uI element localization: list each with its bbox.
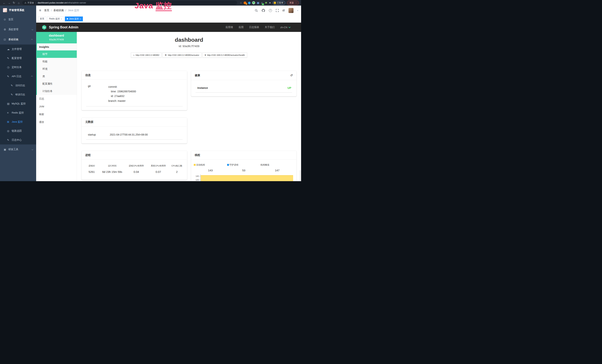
sidebar-item-caches[interactable]: 缓存 (36, 118, 77, 126)
sidebar-item-trace[interactable]: ◎ 链路追踪 (0, 126, 36, 135)
extension-orange-icon[interactable]: 1 (244, 1, 247, 4)
sba-locale-select[interactable]: zh-CN (280, 26, 290, 29)
navbar-right-tools: ? tT ▾ (255, 8, 298, 13)
sidebar-item-config[interactable]: ✎ 配置管理 (0, 54, 36, 63)
sidebar-item-logcenter[interactable]: ✎ 日志中心 (0, 135, 36, 144)
live-threads-legend: 活动线程 (194, 163, 227, 167)
info-git-row: git commit: time: 1596289704000 id: 27aa… (86, 84, 183, 107)
extension-badge: 1 (246, 3, 247, 5)
health-url-link[interactable]: ♥http://192.168.0.2:48080/actuator/healt… (203, 53, 247, 58)
extension-pin-icon[interactable] (248, 2, 250, 4)
sidebar-item-job[interactable]: ◷ 定时任务 (0, 63, 36, 72)
extension-leaf-icon[interactable] (265, 1, 267, 4)
sba-brand-name: Spring Boot Admin (49, 25, 78, 29)
service-url-link[interactable]: ⌂http://192.168.0.2:48080/ (131, 53, 161, 58)
extension-switch-icon[interactable]: ≣on (261, 1, 263, 4)
health-instance-label: Instance (197, 86, 208, 89)
profile-paused-pill[interactable]: ☺ 已暂停 (273, 1, 285, 5)
page-instance-id: Id: 93a3fc7f7409 (81, 44, 297, 48)
user-menu-caret-icon[interactable]: ▾ (297, 10, 298, 11)
close-icon[interactable]: × (80, 18, 81, 20)
heart-icon: ♥ (205, 54, 206, 56)
instance-sidebar: dashboard 93a3fc7f7409 Insights 细节 性能 环境… (36, 32, 77, 181)
profile-avatar-icon: ☺ (274, 2, 276, 4)
sidebar-item-home[interactable]: ⊙ 首页 (0, 14, 36, 24)
update-label: 更新 (290, 1, 294, 4)
peak-threads-legend: 线程峰值 (260, 163, 294, 167)
sidebar-item-jvm[interactable]: JVM (36, 103, 77, 110)
instance-header[interactable]: dashboard 93a3fc7f7409 (36, 32, 77, 43)
app-logo-image (3, 8, 7, 12)
process-card-title: 进程 (85, 153, 91, 157)
scrollbar-thumb[interactable] (300, 170, 301, 181)
not-secure-warning-icon: ⚠ (24, 1, 27, 4)
sidebar-item-mappings[interactable]: 映射 (36, 110, 77, 118)
sidebar-item-java[interactable]: ⊞ Java 监控 (0, 117, 36, 126)
health-instance-row: Instance UP (196, 84, 292, 93)
sidebar-item-devtool[interactable]: ▣ 研发工具 (0, 144, 36, 154)
help-icon[interactable]: ? (269, 9, 272, 12)
sidebar-item-redis[interactable]: ≡ Redis 监控 (0, 108, 36, 117)
sidebar-item-mysql[interactable]: ▤ MySQL 监控 (0, 99, 36, 108)
insights-item-scheduled[interactable]: 计划任务 (37, 87, 77, 95)
sba-menu-journal[interactable]: 日志报表 (249, 26, 259, 29)
sidebar-item-errorlog[interactable]: ✎ 错误日志 (0, 90, 36, 99)
threads-chart-plot (200, 174, 294, 181)
sidebar-item-infra[interactable]: ⊡ 基础设施 (0, 34, 36, 44)
actuator-url-link[interactable]: ⚙http://192.168.0.2:48080/actuator (162, 53, 201, 58)
app-logo-row[interactable]: 芋道管理系统 (0, 6, 36, 14)
sidebar-collapse-icon[interactable]: ≡ (39, 8, 41, 12)
insights-item-classes[interactable]: 类 (37, 73, 77, 80)
process-uptime-header: 运行时间 (99, 164, 125, 167)
font-size-icon[interactable]: tT (282, 9, 285, 12)
insights-section: Insights 细节 性能 环境 类 配置属性 计划任务 (36, 43, 77, 95)
address-bar[interactable]: ⚠ 不安全 | dashboard.yudao.iocoder.cn /infr… (22, 1, 237, 5)
github-icon[interactable] (262, 9, 265, 12)
y-tick-140: 140 (196, 175, 199, 177)
sba-menu-applications[interactable]: 应用 (239, 26, 244, 29)
breadcrumb-infra[interactable]: 基础设施 (54, 9, 64, 12)
info-card: 信息 git commit: time: 1596289704000 id: 2… (81, 71, 187, 110)
search-icon[interactable] (255, 9, 258, 12)
browser-reload-icon[interactable]: ↻ (11, 1, 16, 4)
sidebar-item-system[interactable]: ⚙ 系统管理 (0, 24, 36, 34)
extension-y-icon[interactable]: y (252, 1, 255, 4)
chrome-update-button[interactable]: 更新 ⋮ (287, 0, 299, 5)
sidebar-item-apilog[interactable]: ✎ API 日志 (0, 72, 36, 81)
insights-item-details[interactable]: 细节 (37, 50, 77, 58)
sba-brand[interactable]: Spring Boot Admin (42, 25, 78, 30)
bookmark-star-icon[interactable]: ☆ (240, 1, 242, 4)
sidebar-item-accesslog[interactable]: ✎ 访问日志 (0, 81, 36, 90)
instance-detail-content: dashboard Id: 93a3fc7f7409 ⌂http://192.1… (77, 32, 301, 181)
breadcrumb-home[interactable]: 首页 (44, 9, 49, 12)
browser-home-icon[interactable]: ⌂ (16, 1, 21, 4)
metadata-startup-row: startup 2021-04-27T00:44:31.254+08:00 (86, 130, 183, 140)
extensions-puzzle-icon[interactable]: ✦ (269, 1, 271, 4)
insights-item-configprops[interactable]: 配置属性 (37, 80, 77, 87)
health-status-badge: UP (288, 86, 291, 89)
extension-grid-icon[interactable]: ▦ (257, 1, 259, 4)
fullscreen-icon[interactable] (276, 9, 279, 12)
browser-menu-dots-icon[interactable]: ⋮ (295, 1, 297, 4)
process-pid-header: 进程ID (84, 164, 99, 167)
insights-item-environment[interactable]: 环境 (37, 65, 77, 73)
history-icon[interactable]: ↺ (290, 74, 293, 77)
url-path: /infra/admin-server (67, 1, 86, 4)
tag-home[interactable]: 首页 (38, 17, 46, 21)
user-avatar[interactable] (289, 8, 293, 13)
sba-menu-wall[interactable]: 应用墙 (226, 26, 233, 29)
tag-java[interactable]: Java 监控× (65, 17, 83, 21)
sidebar-item-file[interactable]: ☁ 文件管理 (0, 44, 36, 54)
browser-forward-icon[interactable]: → (7, 1, 11, 4)
metadata-startup-label: startup (88, 133, 110, 136)
tag-redis[interactable]: Redis 监控× (47, 17, 64, 21)
threads-chart-y-axis: 140 120 100 (194, 174, 200, 181)
close-icon[interactable]: × (61, 18, 62, 20)
sba-menu-about[interactable]: 关于我们 (265, 26, 275, 29)
annotation-java-monitor: Java 监控 (135, 0, 172, 11)
active-tag-dot (67, 18, 68, 20)
dashboard-icon: ⊙ (4, 18, 8, 21)
browser-back-icon[interactable]: ← (2, 1, 7, 4)
insights-item-metrics[interactable]: 性能 (37, 58, 77, 65)
sidebar-item-logfile[interactable]: 日志 (36, 95, 77, 103)
